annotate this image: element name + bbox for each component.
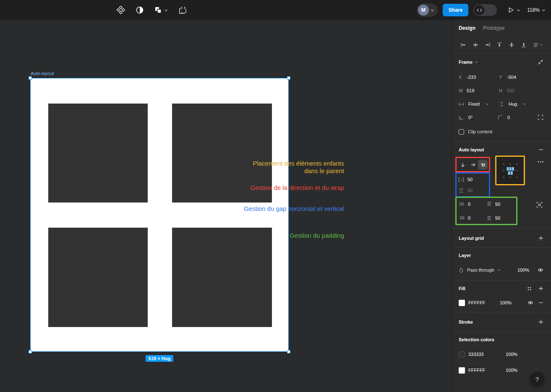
padding-bottom-field[interactable]: 50 [486,215,514,221]
h-label: H [499,88,503,93]
padding-right-field[interactable]: 0 [459,215,486,221]
hug-contents-icon [499,101,505,107]
selection-color-hex[interactable]: FFFFFF [468,368,502,373]
alignment-grid-widget[interactable] [498,158,523,183]
annotation-placement: Placement des éléments enfants dans le p… [247,160,344,175]
frame-layer-label[interactable]: Auto-layout [31,71,54,76]
wrap-arrow-icon [480,162,486,167]
help-button[interactable]: ? [530,372,544,386]
y-value: -504 [507,75,516,80]
rotation-field[interactable]: 0° [459,115,498,120]
direction-vertical-button[interactable] [458,160,467,170]
code-frame-button[interactable] [179,6,187,14]
individual-padding-button[interactable] [535,201,543,209]
child-rectangle[interactable] [48,104,148,202]
fill-styles-button[interactable] [526,286,533,292]
remove-fill-button[interactable] [538,299,544,306]
align-bottom-icon [521,42,527,48]
clip-content-toggle[interactable]: Clip content [459,124,544,139]
selected-frame[interactable] [30,78,289,352]
resize-handle-bottom-right[interactable] [287,350,290,353]
frame-section-title[interactable]: Frame [459,60,473,65]
align-top-button[interactable] [495,40,504,49]
fill-hex-field[interactable]: FFFFFF [468,300,496,305]
fill-title: Fill [459,286,465,291]
tab-design[interactable]: Design [459,25,475,31]
x-value: -233 [467,75,476,80]
fill-opacity-field[interactable]: 100% [500,300,516,305]
horizontal-gap-icon [458,177,464,182]
fill-section: Fill FFFFFF 100% [452,281,551,312]
layout-grid-title: Layout grid [459,236,484,241]
tab-prototype[interactable]: Prototype [483,25,504,31]
horizontal-sizing-value: Fixed [468,101,480,106]
selection-colors-title: Selection colors [459,337,494,342]
horizontal-gap-field[interactable]: 50 [458,177,487,182]
padding-top-field[interactable]: 50 [486,201,514,207]
selection-color-hex[interactable]: 333333 [468,352,502,357]
shapes-icon [154,6,162,14]
account-menu[interactable]: M [417,3,438,17]
align-horizontal-center-button[interactable] [471,40,480,49]
independent-corners-button[interactable] [537,114,544,121]
fill-color-row: FFFFFF 100% [459,296,544,309]
align-right-button[interactable] [483,40,492,49]
present-button[interactable] [508,7,520,13]
vertical-gap-field[interactable]: 50 [458,188,487,193]
selection-size-badge: 519 × Hug [146,355,173,362]
contrast-icon [136,6,144,14]
actions-button[interactable] [117,6,125,14]
selection-color-swatch[interactable] [459,351,465,358]
layer-title: Layer [459,253,471,258]
fill-visibility-button[interactable] [527,299,534,306]
layer-opacity-field[interactable]: 100% [517,267,533,273]
fill-color-swatch[interactable] [459,300,465,306]
horizontal-sizing-select[interactable]: Fixed [459,101,499,106]
direction-horizontal-button[interactable] [468,160,478,170]
share-button[interactable]: Share [443,4,468,16]
plus-icon [538,286,543,291]
height-field[interactable]: H 550 [499,88,539,93]
distribute-menu-button[interactable] [531,40,544,49]
chevron-down-icon[interactable] [475,60,478,64]
alignment-widget-highlight [495,156,525,185]
shapes-menu-button[interactable] [154,6,168,14]
blend-mode-select[interactable]: Pass through [467,267,514,273]
resize-handle-bottom-left[interactable] [29,350,32,353]
blend-mode-icon [459,267,464,273]
direction-controls-highlight [455,157,490,172]
padding-left-field[interactable]: 0 [459,201,486,207]
resize-handle-top-left[interactable] [29,76,32,80]
auto-layout-more-button[interactable] [536,160,545,164]
remove-auto-layout-button[interactable] [538,146,544,153]
selection-color-opacity[interactable]: 100% [506,352,522,357]
shrink-to-fit-button[interactable] [537,58,544,66]
align-left-button[interactable] [459,40,468,49]
vertical-gap-value: 50 [467,188,473,193]
add-stroke-button[interactable] [538,319,544,325]
corner-radius-field[interactable]: 0 [498,115,537,120]
direction-wrap-button[interactable] [478,160,488,170]
x-position-field[interactable]: X -233 [459,75,499,80]
canvas[interactable]: Auto-layout 519 × Hug Placement des élém… [0,20,452,392]
selection-color-swatch[interactable] [459,367,465,374]
child-rectangle[interactable] [172,228,272,327]
align-bottom-button[interactable] [519,40,528,49]
align-vertical-center-button[interactable] [507,40,516,49]
resize-handle-top-right[interactable] [287,76,290,80]
y-position-field[interactable]: Y -504 [499,75,539,80]
padding-left-value: 0 [468,202,470,207]
width-field[interactable]: W 519 [459,88,499,93]
add-fill-button[interactable] [538,285,544,292]
selection-color-opacity[interactable]: 100% [506,368,522,373]
align-right-icon [485,42,491,48]
play-icon [508,7,514,13]
child-rectangle[interactable] [48,228,148,327]
contrast-button[interactable] [136,6,144,14]
add-layout-grid-button[interactable] [538,235,544,241]
layer-visibility-button[interactable] [537,267,544,273]
dev-mode-toggle[interactable] [473,4,497,16]
vertical-sizing-select[interactable]: Hug [499,101,539,107]
zoom-menu[interactable]: 118% [527,7,546,13]
design-panel: Design Prototype [452,20,551,392]
